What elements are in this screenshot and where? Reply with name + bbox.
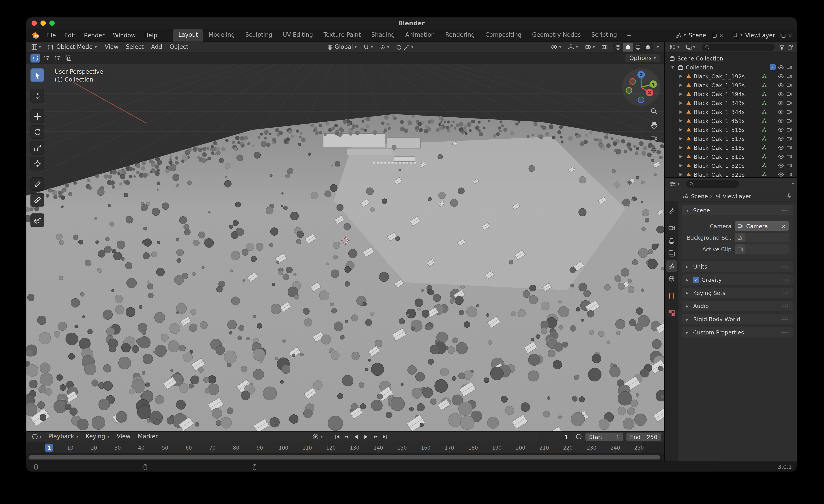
tool-measure-button[interactable]	[30, 193, 44, 207]
play-reverse-button[interactable]	[351, 432, 361, 441]
play-button[interactable]	[361, 432, 371, 441]
expand-caret-icon[interactable]: ▶	[679, 136, 684, 141]
viewlayer-selector[interactable]: ▾ ViewLayer ×	[732, 32, 793, 39]
tool-select-box-button[interactable]	[30, 68, 44, 82]
pan-hand-icon[interactable]	[650, 121, 658, 129]
panel-keying-sets[interactable]: ▸ Keying Sets	[682, 288, 793, 298]
outliner-row-object[interactable]: ▶ Black_Oak_1_517s	[665, 134, 797, 143]
viewport-menu-view[interactable]: View	[101, 42, 122, 53]
timeline-menu-marker[interactable]: Marker	[134, 431, 162, 442]
tool-move-button[interactable]	[30, 109, 44, 123]
expand-caret-icon[interactable]: ▶	[679, 118, 684, 123]
workspace-tab-scripting[interactable]: Scripting	[586, 29, 622, 41]
clear-camera-icon[interactable]: ×	[781, 223, 786, 230]
expand-caret-icon[interactable]: ▶	[679, 154, 684, 159]
timeline-ruler[interactable]: 10 20 30 40 50 60 70 80 90 100 110 120 1…	[26, 442, 664, 453]
timeline-menu-playback[interactable]: Playback▾	[45, 431, 82, 442]
properties-tab-output[interactable]	[666, 235, 678, 246]
outliner-row-object[interactable]: ▶ Black_Oak_1_520s	[665, 161, 797, 170]
jump-to-end-button[interactable]	[380, 432, 389, 441]
outliner-row-object[interactable]: ▶ Black_Oak_1_192s	[665, 72, 797, 80]
clip-browse-icon[interactable]	[735, 244, 745, 254]
expand-caret-icon[interactable]: ▶	[679, 82, 684, 87]
expand-caret-icon[interactable]: ▶	[679, 91, 684, 96]
gravity-checkbox[interactable]: ✓	[693, 277, 699, 283]
outliner-row-object[interactable]: ▶ Black_Oak_1_194s	[665, 89, 797, 98]
workspace-tab-geometry-nodes[interactable]: Geometry Nodes	[527, 29, 586, 41]
scene-panel-header[interactable]: ▾ Scene	[682, 205, 793, 215]
blender-logo-icon[interactable]	[31, 31, 40, 40]
properties-tab-scene[interactable]	[666, 260, 678, 272]
disable-render-icon[interactable]	[786, 100, 793, 106]
tool-transform-button[interactable]	[30, 157, 44, 170]
outliner-row-object[interactable]: ▶ Black_Oak_1_516s	[665, 125, 797, 134]
panel-grip-icon[interactable]	[782, 278, 789, 281]
hide-eye-icon[interactable]	[778, 153, 784, 160]
shading-solid-button[interactable]	[623, 43, 633, 51]
expand-caret-icon[interactable]: ▶	[679, 74, 684, 78]
panel-grip-icon[interactable]	[782, 317, 789, 321]
disable-render-icon[interactable]	[786, 64, 793, 70]
properties-tab-view-layer[interactable]	[666, 247, 678, 259]
hide-eye-icon[interactable]	[778, 118, 784, 124]
shading-material-button[interactable]	[633, 43, 643, 51]
expand-caret-icon[interactable]: ▶	[679, 109, 684, 114]
display-mode-dropdown[interactable]: ▾	[684, 44, 697, 50]
disable-render-icon[interactable]	[786, 91, 793, 97]
disable-render-icon[interactable]	[786, 162, 793, 169]
active-clip-field[interactable]	[735, 244, 789, 254]
prev-keyframe-button[interactable]	[342, 432, 351, 441]
menu-file[interactable]: File	[42, 29, 60, 42]
editor-type-button[interactable]: ▾	[29, 44, 43, 51]
properties-tab-object[interactable]	[666, 290, 678, 302]
disable-render-icon[interactable]	[786, 109, 793, 115]
axis-neg-z-handle[interactable]	[638, 97, 644, 103]
breadcrumb-scene[interactable]: Scene	[691, 193, 708, 199]
select-mode-extend-button[interactable]	[41, 54, 51, 63]
tool-rotate-button[interactable]	[30, 125, 44, 139]
timeline-editor-type-button[interactable]: ▾	[29, 433, 43, 440]
next-keyframe-button[interactable]	[371, 432, 380, 441]
start-frame-field[interactable]: Start 1	[585, 432, 623, 441]
jump-to-start-button[interactable]	[333, 432, 342, 441]
tool-add-cube-button[interactable]	[30, 213, 44, 227]
hide-eye-icon[interactable]	[778, 135, 784, 141]
expand-caret-icon[interactable]: ▶	[679, 172, 684, 177]
panel-grip-icon[interactable]	[782, 304, 789, 308]
tool-cursor-button[interactable]	[30, 89, 44, 103]
properties-tab-tool[interactable]	[666, 205, 678, 217]
select-mode-intersect-button[interactable]	[64, 54, 73, 63]
timeline-menu-view[interactable]: View	[113, 431, 134, 442]
disable-render-icon[interactable]	[786, 82, 793, 88]
hide-eye-icon[interactable]	[778, 144, 784, 150]
playhead[interactable]: 1	[45, 444, 53, 451]
zoom-window-button[interactable]	[49, 21, 55, 26]
show-gizmo-toggle[interactable]: ▾	[565, 44, 581, 51]
properties-search-input[interactable]	[686, 180, 739, 188]
disable-render-icon[interactable]	[786, 118, 793, 124]
collapse-caret-icon[interactable]: ▼	[670, 65, 675, 70]
3d-viewport[interactable]: User Perspective (1) Collection Z	[26, 64, 664, 431]
scene-selector[interactable]: ▾ Scene ×	[675, 32, 723, 39]
workspace-tab-layout[interactable]: Layout	[173, 29, 203, 41]
panel-units[interactable]: ▸ Units	[682, 261, 793, 272]
workspace-tab-modeling[interactable]: Modeling	[203, 29, 240, 41]
scrollbar-thumb[interactable]	[29, 456, 660, 460]
hide-eye-icon[interactable]	[778, 100, 784, 106]
expand-caret-icon[interactable]: ▶	[679, 127, 684, 132]
outliner-row-object[interactable]: ▶ Black_Oak_1_344s	[665, 107, 797, 116]
filter-chevron-icon[interactable]: ▾	[792, 182, 794, 186]
filter-icon[interactable]	[779, 44, 785, 50]
panel-grip-icon[interactable]	[782, 291, 789, 295]
shading-dropdown[interactable]: ▾	[654, 45, 662, 49]
background-scene-field[interactable]	[735, 233, 789, 242]
hide-eye-icon[interactable]	[778, 171, 784, 177]
outliner-row-object[interactable]: ▶ Black_Oak_1_518s	[665, 143, 797, 152]
select-mode-subtract-button[interactable]	[53, 54, 62, 63]
properties-editor-type-button[interactable]: ▾	[667, 180, 682, 187]
current-frame-field[interactable]: 1	[538, 432, 572, 441]
show-overlays-toggle[interactable]: ▾	[582, 44, 597, 51]
outliner-row-collection[interactable]: ▼ Collection ✓	[665, 63, 797, 72]
workspace-tab-uv-editing[interactable]: UV Editing	[278, 29, 318, 41]
properties-tab-render[interactable]	[666, 222, 678, 234]
